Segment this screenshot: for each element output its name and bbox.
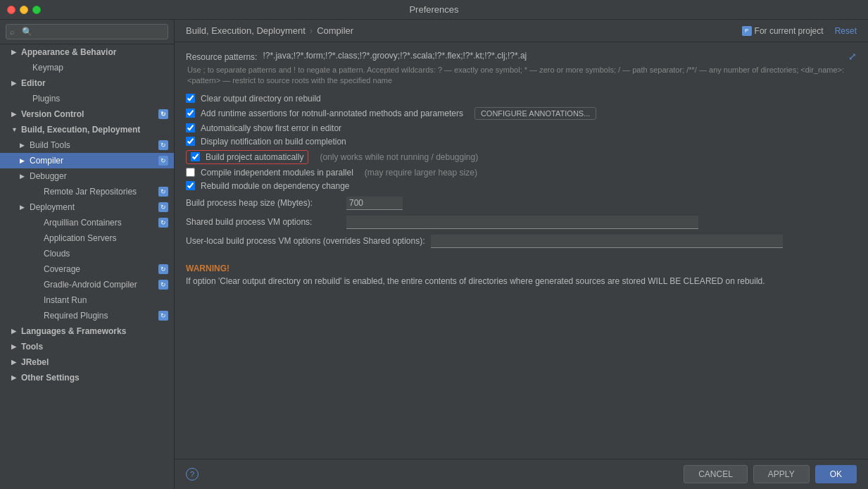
chevron-icon: ▶ — [11, 49, 18, 56]
maximize-button[interactable] — [32, 6, 41, 14]
form-input-user-local-vm[interactable] — [431, 235, 783, 248]
sidebar-item-keymap[interactable]: Keymap — [0, 60, 174, 75]
chevron-icon: ▶ — [20, 157, 27, 164]
search-box: ⌕ — [0, 20, 174, 44]
sidebar-item-jrebel[interactable]: ▶JRebel — [0, 354, 174, 370]
sidebar-item-required-plugins[interactable]: Required Plugins↻ — [0, 308, 174, 323]
checkbox-row-show-error: Automatically show first error in editor — [186, 123, 857, 133]
sidebar-item-label: Languages & Frameworks — [21, 326, 126, 336]
sidebar-item-languages[interactable]: ▶Languages & Frameworks — [0, 323, 174, 339]
search-wrapper: ⌕ — [6, 24, 168, 39]
expand-icon[interactable]: ⤢ — [848, 51, 857, 62]
sync-badge: ↻ — [158, 187, 168, 197]
apply-button[interactable]: APPLY — [753, 465, 810, 483]
content-scroll: Resource patterns: !?*.java;!?*.form;!?*… — [175, 42, 868, 459]
chevron-icon: ▶ — [11, 343, 18, 350]
form-input-heap-size[interactable] — [346, 197, 403, 210]
sidebar-item-label: Editor — [21, 78, 46, 88]
chevron-icon: ▶ — [11, 359, 18, 366]
configure-annotations-button[interactable]: CONFIGURE ANNOTATIONS... — [474, 107, 596, 120]
checkbox-label-clear-output: Clear output directory on rebuild — [201, 94, 321, 104]
sidebar-item-clouds[interactable]: Clouds — [0, 246, 174, 261]
sidebar-item-gradle-android[interactable]: Gradle-Android Compiler↻ — [0, 277, 174, 292]
sidebar-item-label: Version Control — [21, 109, 84, 119]
sidebar-item-build-execution[interactable]: ▼Build, Execution, Deployment — [0, 122, 174, 137]
sidebar-item-arquillian[interactable]: Arquillian Containers↻ — [0, 215, 174, 230]
breadcrumb-parent: Build, Execution, Deployment — [186, 25, 306, 36]
sidebar-item-instant-run[interactable]: Instant Run — [0, 292, 174, 308]
sidebar-item-other-settings[interactable]: ▶Other Settings — [0, 370, 174, 385]
checkbox-show-error[interactable] — [186, 123, 195, 132]
sidebar-item-coverage[interactable]: Coverage↻ — [0, 261, 174, 277]
main-layout: ⌕ ▶Appearance & BehaviorKeymap▶EditorPlu… — [0, 20, 868, 489]
sync-badge: ↻ — [158, 202, 168, 212]
form-row-user-local-vm: User-local build process VM options (ove… — [186, 235, 857, 248]
sidebar-item-remote-jar[interactable]: Remote Jar Repositories↻ — [0, 184, 174, 199]
project-icon: P — [742, 26, 752, 36]
help-icon[interactable]: ? — [186, 468, 199, 481]
sidebar-item-label: Tools — [21, 342, 43, 352]
sidebar-item-label: JRebel — [21, 357, 49, 367]
footer: ? CANCEL APPLY OK — [175, 459, 868, 489]
sidebar-item-label: Coverage — [44, 264, 80, 274]
checkbox-label-compile-parallel: Compile independent modules in parallel — [201, 168, 353, 178]
sidebar-item-label: Remote Jar Repositories — [44, 187, 137, 197]
sidebar-item-compiler[interactable]: ▶Compiler↻ — [0, 153, 174, 168]
checkbox-build-auto[interactable] — [191, 152, 200, 161]
sidebar-item-app-servers[interactable]: Application Servers — [0, 230, 174, 246]
titlebar-buttons — [7, 6, 41, 14]
chevron-icon: ▶ — [11, 328, 18, 335]
sync-badge: ↻ — [158, 156, 168, 166]
sidebar-item-debugger[interactable]: ▶Debugger — [0, 168, 174, 184]
sidebar-item-label: Arquillian Containers — [44, 218, 122, 228]
checkbox-note-build-auto: (only works while not running / debuggin… — [320, 152, 478, 162]
search-input[interactable] — [6, 24, 168, 39]
close-button[interactable] — [7, 6, 15, 14]
sidebar: ⌕ ▶Appearance & BehaviorKeymap▶EditorPlu… — [0, 20, 175, 489]
resource-label: Resource patterns: — [186, 51, 257, 62]
content-area: Build, Execution, Deployment › Compiler … — [175, 20, 868, 489]
chevron-icon: ▶ — [20, 173, 27, 180]
sync-badge: ↻ — [158, 311, 168, 321]
sidebar-item-editor[interactable]: ▶Editor — [0, 75, 174, 91]
sidebar-item-label: Deployment — [30, 202, 75, 212]
warning-title: WARNING! — [186, 262, 857, 275]
sidebar-item-label: Application Servers — [44, 233, 116, 243]
checkbox-rebuild-module[interactable] — [186, 181, 195, 190]
sync-badge: ↻ — [158, 280, 168, 290]
checkbox-compile-parallel[interactable] — [186, 168, 195, 177]
chevron-icon: ▶ — [20, 204, 27, 211]
minimize-button[interactable] — [20, 6, 28, 14]
sidebar-item-plugins[interactable]: Plugins — [0, 91, 174, 106]
checkbox-label-rebuild-module: Rebuild module on dependency change — [201, 181, 350, 191]
checkbox-add-runtime[interactable] — [186, 109, 195, 118]
checkbox-row-rebuild-module: Rebuild module on dependency change — [186, 181, 857, 191]
sidebar-item-tools[interactable]: ▶Tools — [0, 339, 174, 354]
sidebar-item-label: Debugger — [30, 171, 67, 181]
sidebar-item-label: Required Plugins — [44, 311, 108, 321]
reset-button[interactable]: Reset — [835, 26, 857, 36]
checkbox-clear-output[interactable] — [186, 94, 195, 103]
form-input-shared-vm[interactable] — [346, 216, 698, 229]
sidebar-item-label: Compiler — [30, 156, 63, 166]
checkbox-row-compile-parallel: Compile independent modules in parallel(… — [186, 168, 857, 178]
checkbox-label-show-error: Automatically show first error in editor — [201, 123, 341, 133]
sidebar-item-deployment[interactable]: ▶Deployment↻ — [0, 199, 174, 215]
ok-button[interactable]: OK — [815, 465, 857, 483]
sidebar-item-version-control[interactable]: ▶Version Control↻ — [0, 106, 174, 122]
resource-value: !?*.java;!?*.form;!?*.class;!?*.groovy;!… — [263, 51, 843, 61]
sidebar-item-appearance[interactable]: ▶Appearance & Behavior — [0, 44, 174, 60]
sync-badge: ↻ — [158, 264, 168, 274]
checkbox-label-add-runtime: Add runtime assertions for notnull-annot… — [201, 109, 463, 118]
cancel-button[interactable]: CANCEL — [684, 465, 748, 483]
window-title: Preferences — [409, 4, 458, 15]
sidebar-item-build-tools[interactable]: ▶Build Tools↻ — [0, 137, 174, 153]
checkbox-display-notification[interactable] — [186, 137, 195, 146]
chevron-icon: ▶ — [20, 142, 27, 149]
checkbox-row-display-notification: Display notification on build completion — [186, 137, 857, 147]
sidebar-item-label: Instant Run — [44, 295, 87, 305]
titlebar: Preferences — [0, 0, 868, 20]
checkbox-row-clear-output: Clear output directory on rebuild — [186, 94, 857, 104]
breadcrumb-separator: › — [310, 25, 313, 36]
sync-badge: ↻ — [158, 109, 168, 119]
